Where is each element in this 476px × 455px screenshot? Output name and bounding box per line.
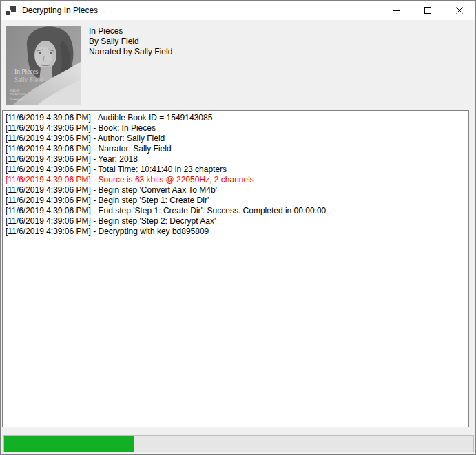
cover-author: Sally Field	[14, 76, 43, 83]
cover-title: In Pieces	[14, 68, 39, 75]
app-window: Decrypting In Pieces	[0, 0, 476, 455]
book-info: In Pieces By Sally Field Narrated by Sal…	[89, 26, 172, 57]
book-narrator: Narrated by Sally Field	[89, 47, 172, 57]
close-icon	[456, 7, 463, 14]
cover-badge-line1: READ BY	[10, 89, 21, 92]
book-cover-image: In Pieces Sally Field READ BY THE AUTHOR…	[6, 26, 81, 105]
log-line: [11/6/2019 4:39:06 PM] - Author: Sally F…	[6, 134, 467, 144]
log-line: [11/6/2019 4:39:06 PM] - End step 'Step …	[6, 206, 467, 216]
cover-edition: Unabridged	[10, 98, 23, 101]
maximize-button[interactable]	[412, 1, 444, 20]
maximize-icon	[424, 7, 431, 14]
window-controls	[380, 1, 475, 20]
log-line: [11/6/2019 4:39:06 PM] - Book: In Pieces	[6, 123, 467, 134]
log-line: [11/6/2019 4:39:06 PM] - Total Time: 10:…	[6, 165, 467, 175]
log-line: [11/6/2019 4:39:06 PM] - Source is 63 kb…	[6, 175, 467, 185]
log-line: [11/6/2019 4:39:06 PM] - Begin step 'Ste…	[6, 216, 467, 226]
minimize-icon	[393, 7, 400, 14]
book-title: In Pieces	[89, 26, 172, 36]
window-title: Decrypting In Pieces	[22, 6, 98, 15]
log-line: [11/6/2019 4:39:06 PM] - Begin step 'Ste…	[6, 195, 467, 206]
log-line: [11/6/2019 4:39:06 PM] - Audible Book ID…	[6, 113, 467, 123]
log-line: [11/6/2019 4:39:06 PM] - Narrator: Sally…	[6, 144, 467, 154]
log-line: [11/6/2019 4:39:06 PM] - Year: 2018	[6, 154, 467, 165]
text-caret	[6, 237, 6, 246]
close-button[interactable]	[444, 1, 475, 20]
log-line: [11/6/2019 4:39:06 PM] - Decrypting with…	[6, 226, 467, 237]
caret-line	[6, 237, 467, 247]
cover-badge-line2: THE AUTHOR	[10, 93, 25, 96]
titlebar: Decrypting In Pieces	[1, 1, 475, 20]
progress-fill	[4, 436, 134, 452]
book-author: By Sally Field	[89, 36, 172, 47]
progress-bar	[3, 435, 474, 452]
log-line: [11/6/2019 4:39:06 PM] - Begin step 'Con…	[6, 185, 467, 195]
app-icon	[6, 6, 16, 15]
minimize-button[interactable]	[380, 1, 412, 20]
log-output[interactable]: [11/6/2019 4:39:06 PM] - Audible Book ID…	[2, 110, 469, 427]
